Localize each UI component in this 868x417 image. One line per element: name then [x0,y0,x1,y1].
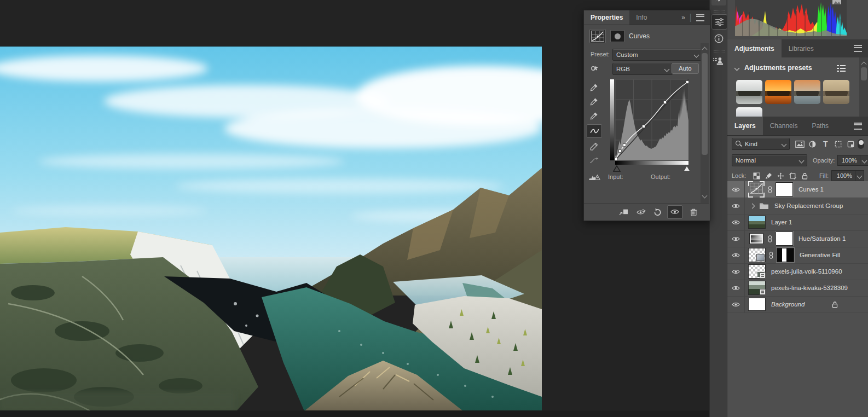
properties-scrollbar[interactable] [701,43,709,203]
lock-artboard-icon[interactable] [786,172,798,179]
tab-layers[interactable]: Layers [727,117,763,135]
canvas-photo-landscape[interactable] [0,46,542,411]
blend-mode-dropdown[interactable]: Normal [732,154,807,166]
layer-name[interactable]: Hue/Saturation 1 [798,235,846,242]
lock-position-icon[interactable] [774,172,786,179]
layer-row-pexels-julia-volk[interactable]: pexels-julia-volk-5110960 [727,263,868,280]
input-sliders[interactable] [611,165,692,172]
preset-thumb-partial[interactable] [736,107,762,117]
presets-header-row[interactable]: Adjustments presets [735,64,812,72]
properties-menu-icon[interactable] [696,14,704,21]
layer-row-sky-replacement-group[interactable]: Sky Replacement Group [727,198,868,215]
layer-row-background[interactable]: Background [727,296,868,313]
lock-image-pixels-icon[interactable] [762,172,774,179]
generative-fill-thumbnail[interactable] [748,248,766,262]
smooth-curve-icon[interactable] [588,155,599,166]
fill-dropdown-icon[interactable] [855,170,864,181]
group-expand-chevron-icon[interactable] [750,203,755,208]
preset-thumb-sepia[interactable] [823,80,849,104]
visibility-eye-icon[interactable] [727,230,745,247]
visibility-eye-icon[interactable] [727,263,745,280]
mask-link-icon[interactable] [768,235,772,242]
draw-curve-pencil-icon[interactable] [588,141,599,152]
layer-filter-kind-dropdown[interactable]: Kind [732,138,790,150]
layer-row-pexels-lina-kivaka[interactable]: pexels-lina-kivaka-5328309 [727,280,868,297]
visibility-eye-icon[interactable] [727,198,745,214]
dock-grip[interactable] [714,10,725,13]
targeted-adjustment-icon[interactable] [588,63,600,74]
layer-row-curves-1[interactable]: Curves 1 [727,181,868,198]
adjustments-menu-icon[interactable] [854,45,862,52]
dock-grip-2[interactable] [714,50,725,53]
filter-smart-object-icon[interactable] [845,141,857,148]
properties-scroll-thumb[interactable] [702,53,708,155]
filter-toggle[interactable] [858,139,864,149]
visibility-eye-icon[interactable] [727,280,745,296]
mask-badge-icon[interactable] [610,30,624,42]
tab-adjustments[interactable]: Adjustments [727,39,782,57]
tab-channels[interactable]: Channels [763,117,805,135]
tab-libraries[interactable]: Libraries [782,39,821,57]
layer-row-generative-fill[interactable]: Generative Fill [727,247,868,264]
visibility-eye-icon[interactable] [727,296,745,312]
comments-icon[interactable] [711,0,726,5]
preset-thumb-bw[interactable] [736,80,762,104]
opacity-dropdown-icon[interactable] [860,155,868,166]
filter-adjustment-layers-icon[interactable] [807,141,818,148]
layer-mask-thumbnail[interactable] [776,231,793,246]
layer-name[interactable]: Curves 1 [798,186,824,193]
presets-scrollbar[interactable] [859,57,868,117]
fill-value[interactable]: 100% [831,170,855,181]
gray-point-eyedropper-icon[interactable] [588,96,599,107]
presets-list-view-icon[interactable] [837,65,846,72]
reset-adjustment-icon[interactable] [651,208,664,216]
view-previous-state-icon[interactable] [634,208,647,216]
channel-dropdown[interactable]: RGB [612,63,673,75]
lock-transparent-pixels-icon[interactable] [750,172,762,179]
info-panel-icon[interactable] [711,31,726,45]
layer-name[interactable]: Layer 1 [771,219,792,225]
layer-mask-thumbnail-bw[interactable] [777,248,794,262]
curves-graph[interactable] [615,79,688,160]
visibility-eye-icon[interactable] [727,181,745,198]
layer-row-layer-1[interactable]: Layer 1 [727,214,868,231]
black-point-eyedropper-icon[interactable] [588,82,599,92]
preset-thumb-muted[interactable] [794,80,820,104]
curves-adjustment-icon[interactable] [589,29,606,43]
clone-source-panel-icon[interactable] [711,54,726,68]
presets-scroll-thumb[interactable] [861,67,867,80]
filter-type-layers-icon[interactable]: T [820,140,831,148]
clip-to-layer-icon[interactable] [617,208,630,216]
smart-object-thumbnail[interactable] [748,281,766,295]
background-thumbnail[interactable] [748,298,766,311]
collapse-panel-icon[interactable]: » [681,14,685,21]
visibility-eye-icon[interactable] [727,214,745,230]
mask-link-icon[interactable] [769,252,773,259]
layer-mask-thumbnail[interactable] [776,182,793,196]
tab-info[interactable]: Info [629,10,653,25]
layer-name[interactable]: Generative Fill [800,252,840,258]
lock-all-icon[interactable] [798,172,811,179]
layer-name[interactable]: pexels-julia-volk-5110960 [771,268,842,275]
hue-saturation-thumbnail[interactable] [749,233,763,244]
layer-name[interactable]: Background [771,301,805,308]
visibility-eye-icon[interactable] [727,247,745,263]
histogram-clipping-warning-icon[interactable] [588,172,601,181]
layers-menu-icon[interactable] [854,123,862,130]
layer-thumbnail[interactable] [748,216,766,229]
layer-row-hue-saturation-1[interactable]: Hue/Saturation 1 [727,230,868,247]
mask-link-icon[interactable] [768,186,772,193]
filter-shape-layers-icon[interactable] [832,141,844,148]
preset-thumb-sunset[interactable] [765,80,791,104]
layer-name[interactable]: pexels-lina-kivaka-5328309 [771,285,848,291]
delete-adjustment-icon[interactable] [687,208,700,216]
white-point-eyedropper-icon[interactable] [588,110,599,121]
scroll-up-icon[interactable] [702,47,708,53]
edit-points-curve-tool-icon[interactable] [587,124,602,138]
tab-paths[interactable]: Paths [805,117,836,135]
properties-panel-icon[interactable] [711,14,727,30]
opacity-value[interactable]: 100% [837,155,860,166]
scroll-down-icon[interactable] [702,193,708,199]
scroll-up-icon[interactable] [861,62,867,67]
adjustment-thumbnail-selected[interactable] [748,181,765,198]
